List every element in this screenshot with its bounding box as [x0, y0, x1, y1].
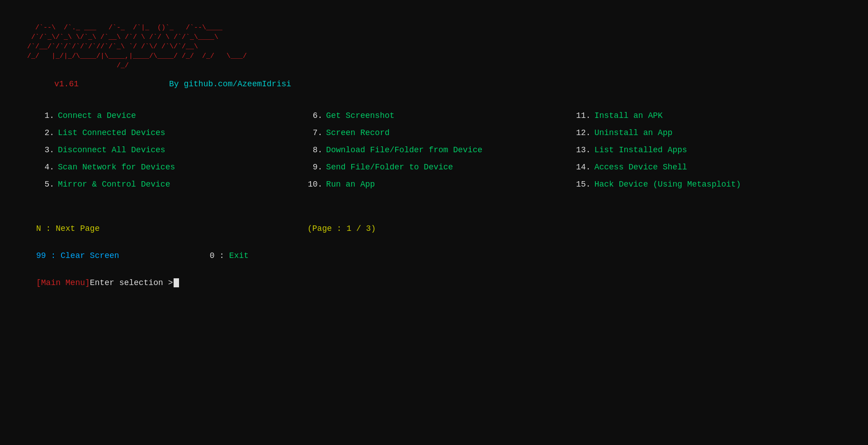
- next-page-label: Next Page: [56, 224, 99, 233]
- exit-option[interactable]: 0 : Exit: [210, 251, 249, 260]
- menu-number-15: 15.: [573, 180, 591, 189]
- prompt-text: Enter selection >: [90, 278, 173, 287]
- clear-screen-label: Clear Screen: [61, 251, 119, 260]
- version-text: v1.61: [54, 80, 79, 89]
- exit-key-label: 0 :: [210, 251, 229, 260]
- menu-number-2: 2.: [36, 128, 54, 137]
- menu-number-10: 10.: [304, 180, 322, 189]
- menu-container: 1. Connect a Device 2. List Connected De…: [27, 111, 841, 197]
- menu-label-11: Install an APK: [594, 111, 663, 120]
- menu-column-1: 1. Connect a Device 2. List Connected De…: [36, 111, 304, 197]
- menu-item-10[interactable]: 10. Run an App: [304, 180, 572, 189]
- menu-number-13: 13.: [573, 145, 591, 155]
- menu-number-5: 5.: [36, 180, 54, 189]
- menu-label-14: Access Device Shell: [594, 163, 687, 172]
- menu-number-11: 11.: [573, 111, 591, 120]
- menu-label-7: Screen Record: [326, 128, 389, 137]
- bottom-nav: 99 : Clear Screen 0 : Exit: [27, 251, 841, 260]
- menu-number-7: 7.: [304, 128, 322, 137]
- menu-label-3: Disconnect All Devices: [58, 145, 165, 155]
- menu-label-9: Send File/Folder to Device: [326, 163, 453, 172]
- menu-item-5[interactable]: 5. Mirror & Control Device: [36, 180, 304, 189]
- menu-item-12[interactable]: 12. Uninstall an App: [573, 128, 841, 137]
- menu-label-15: Hack Device (Using Metasploit): [594, 180, 741, 189]
- menu-label-13: List Installed Apps: [594, 145, 687, 155]
- menu-item-6[interactable]: 6. Get Screenshot: [304, 111, 572, 120]
- menu-number-14: 14.: [573, 163, 591, 172]
- prompt-line: [Main Menu] Enter selection >: [27, 278, 841, 287]
- cursor[interactable]: [174, 278, 179, 287]
- version-line: v1.61 By github.com/AzeemIdrisi: [27, 80, 841, 89]
- menu-column-3: 11. Install an APK 12. Uninstall an App …: [573, 111, 841, 197]
- menu-item-8[interactable]: 8. Download File/Folder from Device: [304, 145, 572, 155]
- menu-label-5: Mirror & Control Device: [58, 180, 170, 189]
- menu-item-11[interactable]: 11. Install an APK: [573, 111, 841, 120]
- menu-label-4: Scan Network for Devices: [58, 163, 175, 172]
- menu-label-10: Run an App: [326, 180, 375, 189]
- nav-section: N : Next Page (Page : 1 / 3): [27, 224, 841, 233]
- menu-item-3[interactable]: 3. Disconnect All Devices: [36, 145, 304, 155]
- next-page-key[interactable]: N : Next Page: [36, 224, 127, 233]
- menu-label-6: Get Screenshot: [326, 111, 394, 120]
- clear-key-label: 99 :: [36, 251, 61, 260]
- menu-number-12: 12.: [573, 128, 591, 137]
- exit-label: Exit: [229, 251, 249, 260]
- prompt-menu-label: [Main Menu]: [36, 278, 90, 287]
- menu-item-14[interactable]: 14. Access Device Shell: [573, 163, 841, 172]
- menu-number-8: 8.: [304, 145, 322, 155]
- menu-item-7[interactable]: 7. Screen Record: [304, 128, 572, 137]
- author-text: By github.com/AzeemIdrisi: [169, 80, 291, 89]
- ascii-banner: /`--\ /`._ ___ /`-_ /`|_ ()`_ /`--\____ …: [27, 14, 841, 70]
- menu-item-15[interactable]: 15. Hack Device (Using Metasploit): [573, 180, 841, 189]
- menu-number-9: 9.: [304, 163, 322, 172]
- clear-screen-option[interactable]: 99 : Clear Screen: [36, 251, 119, 260]
- menu-number-4: 4.: [36, 163, 54, 172]
- menu-item-4[interactable]: 4. Scan Network for Devices: [36, 163, 304, 172]
- menu-item-9[interactable]: 9. Send File/Folder to Device: [304, 163, 572, 172]
- menu-label-8: Download File/Folder from Device: [326, 145, 482, 155]
- menu-item-1[interactable]: 1. Connect a Device: [36, 111, 304, 120]
- menu-item-2[interactable]: 2. List Connected Devices: [36, 128, 304, 137]
- menu-label-2: List Connected Devices: [58, 128, 165, 137]
- menu-column-2: 6. Get Screenshot 7. Screen Record 8. Do…: [304, 111, 572, 197]
- next-key-label: N :: [36, 224, 56, 233]
- menu-label-1: Connect a Device: [58, 111, 136, 120]
- menu-item-13[interactable]: 13. List Installed Apps: [573, 145, 841, 155]
- next-page-line: N : Next Page (Page : 1 / 3): [36, 224, 841, 233]
- menu-number-1: 1.: [36, 111, 54, 120]
- menu-number-3: 3.: [36, 145, 54, 155]
- menu-label-12: Uninstall an App: [594, 128, 673, 137]
- menu-number-6: 6.: [304, 111, 322, 120]
- page-indicator: (Page : 1 / 3): [307, 224, 376, 233]
